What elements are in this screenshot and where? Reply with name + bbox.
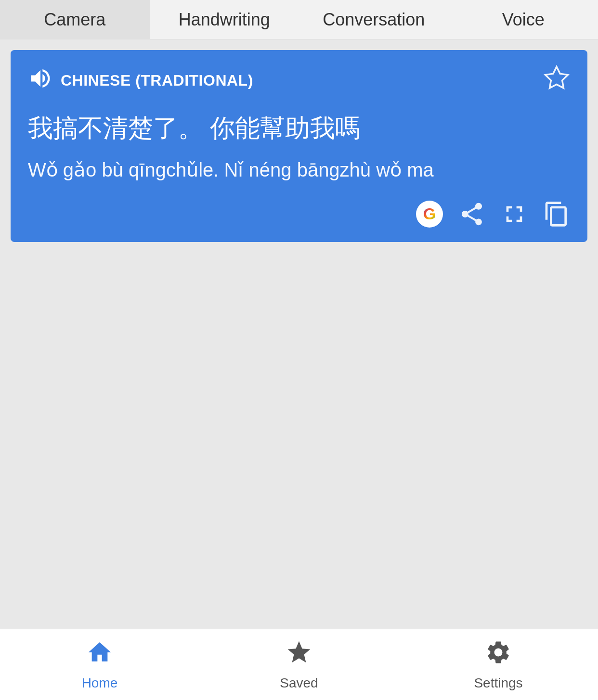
tab-camera[interactable]: Camera [0, 0, 150, 39]
home-label: Home [82, 675, 118, 691]
expand-button[interactable] [501, 201, 528, 228]
nav-saved[interactable]: Saved [199, 629, 399, 700]
saved-label: Saved [280, 675, 318, 691]
bottom-navigation: Home Saved Settings [0, 629, 598, 700]
romanization-text: Wǒ gǎo bù qīngchǔle. Nǐ néng bāngzhù wǒ … [28, 156, 570, 183]
settings-label: Settings [474, 675, 522, 691]
home-icon [86, 639, 113, 672]
tab-voice[interactable]: Voice [449, 0, 598, 39]
favorite-icon[interactable] [543, 64, 570, 97]
copy-button[interactable] [543, 201, 570, 228]
main-content: CHINESE (TRADITIONAL) 我搞不清楚了。 你能幫助我嗎 Wǒ … [0, 39, 598, 629]
translated-text: 我搞不清楚了。 你能幫助我嗎 [28, 112, 570, 145]
tab-handwriting[interactable]: Handwriting [150, 0, 299, 39]
google-g-icon: G [423, 204, 436, 223]
camera-tab-label: Camera [44, 10, 105, 30]
share-button[interactable] [458, 201, 485, 228]
svg-marker-0 [546, 67, 568, 88]
nav-home[interactable]: Home [0, 629, 199, 700]
tab-conversation[interactable]: Conversation [299, 0, 449, 39]
google-button[interactable]: G [416, 201, 443, 228]
language-label: CHINESE (TRADITIONAL) [61, 72, 253, 89]
empty-content-area [0, 242, 598, 629]
nav-settings[interactable]: Settings [399, 629, 598, 700]
language-info: CHINESE (TRADITIONAL) [28, 66, 253, 96]
translation-card: CHINESE (TRADITIONAL) 我搞不清楚了。 你能幫助我嗎 Wǒ … [11, 50, 587, 242]
card-actions: G [28, 201, 570, 228]
saved-icon [286, 639, 312, 672]
card-header: CHINESE (TRADITIONAL) [28, 64, 570, 97]
speaker-icon[interactable] [28, 66, 53, 96]
settings-icon [485, 639, 512, 672]
top-navigation: Camera Handwriting Conversation Voice [0, 0, 598, 39]
voice-tab-label: Voice [502, 10, 545, 30]
conversation-tab-label: Conversation [323, 10, 425, 30]
handwriting-tab-label: Handwriting [179, 10, 270, 30]
